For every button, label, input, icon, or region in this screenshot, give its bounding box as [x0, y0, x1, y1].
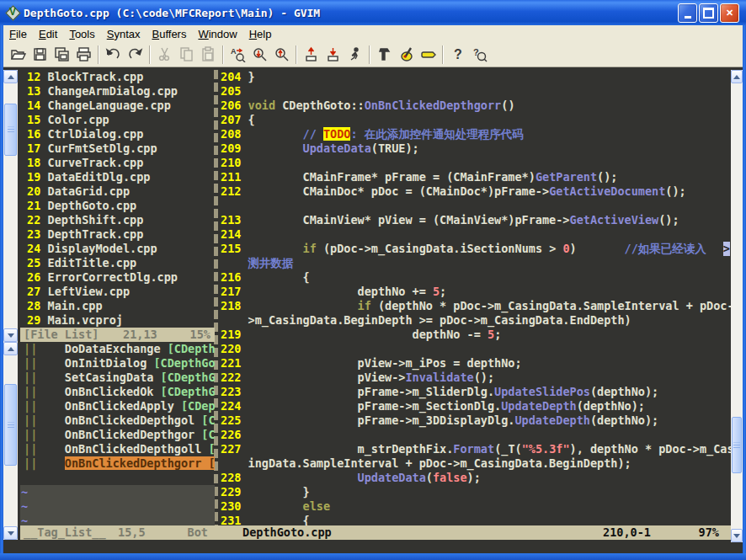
find-prev-button[interactable] — [270, 44, 292, 66]
file-list-item[interactable]: 20DataGrid.cpp — [20, 184, 211, 199]
code-line-wrap[interactable]: ingData.SampleInterval + pDoc->m_CasingD… — [221, 456, 731, 471]
file-list-item[interactable]: 15Color.cpp — [20, 113, 211, 127]
code-line[interactable]: 227 m_strDepthFix.Format(_T("%5.3f"), de… — [221, 442, 731, 456]
scroll-down-button[interactable] — [3, 526, 18, 540]
file-list-item[interactable]: 27LeftView.cpp — [20, 285, 211, 299]
minimize-button[interactable] — [678, 3, 697, 23]
fold-column-icon[interactable]: || — [24, 413, 37, 427]
undo-button[interactable] — [102, 44, 124, 66]
file-list-item[interactable]: 13ChangeArmDialog.cpp — [20, 84, 211, 99]
code-line[interactable]: 210 — [221, 156, 731, 170]
current-tag-highlight[interactable]: OnBnClickedDepthgorr [ — [65, 456, 215, 470]
save-session-button[interactable] — [322, 44, 344, 66]
code-line[interactable]: 223 pFrame->m_SliderDlg.UpdateSlidePos(d… — [221, 385, 731, 399]
code-line[interactable]: 222 pView->Invalidate(); — [221, 371, 731, 385]
code-line[interactable]: 216 { — [221, 270, 731, 285]
tag-list-scrollbar[interactable] — [3, 342, 18, 540]
menu-item-syntax[interactable]: Syntax — [101, 26, 147, 42]
scroll-down-button[interactable] — [3, 328, 18, 342]
file-list-item[interactable]: 14ChangeLanguage.cpp — [20, 99, 211, 113]
file-list-item[interactable]: 26ErrorCorrectDlg.cpp — [20, 270, 211, 285]
file-list-item[interactable]: 25EditTitle.cpp — [20, 256, 211, 270]
menu-item-edit[interactable]: Edit — [33, 26, 63, 42]
code-line[interactable]: 221 pView->m_iPos = depthNo; — [221, 356, 731, 371]
tag-jump-button[interactable] — [417, 44, 439, 66]
code-line[interactable]: 230 else — [221, 499, 731, 514]
file-list-item[interactable]: 21DepthGoto.cpp — [20, 199, 211, 213]
save-button[interactable] — [29, 44, 51, 66]
file-list-item[interactable]: 24DisplayModel.cpp — [20, 242, 211, 256]
tag-list-item[interactable]: || DoDataExchange [CDepth — [20, 342, 215, 356]
title-bar[interactable]: V DepthGoto.cpp (C:\code\MFCReport\Main)… — [0, 0, 746, 25]
fold-column-icon[interactable]: || — [24, 342, 37, 355]
code-line[interactable]: 205 — [221, 84, 731, 99]
fold-column-icon[interactable]: || — [24, 356, 37, 370]
code-line[interactable]: 213 CMainView* pView = (CMainView*)pFram… — [221, 213, 731, 227]
code-line[interactable]: 209 UpdateData(TRUE); — [221, 141, 731, 156]
fold-column-icon[interactable]: || — [24, 442, 37, 456]
code-line[interactable]: 207{ — [221, 113, 731, 127]
menu-item-buffers[interactable]: Buffers — [146, 26, 192, 42]
menu-item-tools[interactable]: Tools — [63, 26, 100, 42]
menu-item-window[interactable]: Window — [192, 26, 242, 42]
fold-column-icon[interactable]: || — [24, 371, 37, 384]
scroll-down-button[interactable] — [731, 529, 743, 542]
fold-column-icon[interactable]: || — [24, 456, 37, 470]
maximize-button[interactable] — [699, 3, 718, 23]
find-replace-button[interactable]: A — [226, 44, 248, 66]
code-line[interactable]: 228 UpdateData(false); — [221, 471, 731, 485]
load-session-button[interactable] — [300, 44, 322, 66]
code-line[interactable]: 220 — [221, 342, 731, 356]
code-line[interactable]: 225 pFrame->m_3DDisplayDlg.UpdateDepth(d… — [221, 413, 731, 428]
tag-list-item[interactable]: || OnBnClickedOk [CDepthG — [20, 385, 215, 399]
make-button[interactable] — [373, 44, 395, 66]
scroll-up-button[interactable] — [731, 70, 743, 83]
code-line[interactable]: 214 — [221, 227, 731, 242]
main-scrollbar[interactable] — [731, 70, 743, 542]
scroll-up-button[interactable] — [3, 70, 18, 83]
find-help-button[interactable]: ? — [468, 44, 490, 66]
scroll-up-button[interactable] — [3, 342, 18, 355]
scrollbar-thumb[interactable] — [732, 417, 742, 473]
file-list-item[interactable]: 18CurveTrack.cpp — [20, 156, 211, 170]
code-line[interactable]: 224 pFrame->m_SectionDlg.UpdateDepth(dep… — [221, 399, 731, 413]
menu-item-file[interactable]: File — [3, 26, 33, 42]
close-button[interactable]: ✕ — [720, 3, 739, 23]
tag-list-item[interactable]: || OnBnClickedApply [CDep — [20, 399, 215, 413]
code-line[interactable]: 219 depthNo -= 5; — [221, 328, 731, 342]
tag-list-item[interactable]: || OnInitDialog [CDepthGo — [20, 356, 215, 371]
command-line[interactable] — [3, 540, 743, 553]
file-list-item[interactable]: 29Main.vcproj — [20, 313, 211, 328]
code-line[interactable]: 208 // TODO: 在此添加控件通知处理程序代码 — [221, 127, 731, 141]
scrollbar-thumb[interactable] — [4, 384, 17, 466]
code-line[interactable]: 206void CDepthGoto::OnBnClickedDepthgorr… — [221, 99, 731, 113]
file-list-item[interactable]: 19DataEditDlg.cpp — [20, 170, 211, 184]
code-line[interactable]: 204} — [221, 70, 731, 84]
file-list-scrollbar[interactable] — [3, 70, 18, 342]
code-line[interactable]: 229 } — [221, 485, 731, 499]
fold-column-icon[interactable]: || — [24, 385, 37, 398]
code-line[interactable]: 217 depthNo += 5; — [221, 285, 731, 299]
code-line[interactable]: 226 — [221, 428, 731, 442]
file-list-item[interactable]: 16CtrlDialog.cpp — [20, 127, 211, 141]
file-list-item[interactable]: 17CurFmtSetDlg.cpp — [20, 141, 211, 156]
code-line[interactable]: 218 if (depthNo * pDoc->m_CasingData.Sam… — [221, 299, 731, 313]
menu-item-help[interactable]: Help — [243, 26, 278, 42]
tag-list-item[interactable]: || OnBnClickedDepthgorr [ — [20, 456, 215, 471]
code-line-wrap[interactable]: >m_CasingData.BeginDepth >= pDoc->m_Casi… — [221, 313, 731, 328]
help-button[interactable]: ? — [446, 44, 468, 66]
fold-column-icon[interactable]: || — [24, 428, 37, 441]
find-next-button[interactable] — [248, 44, 270, 66]
scrollbar-thumb[interactable] — [4, 104, 17, 156]
tag-list-item[interactable]: || SetCasingData [CDepthG — [20, 371, 215, 385]
print-button[interactable] — [72, 44, 94, 66]
run-script-button[interactable] — [344, 44, 365, 66]
file-list-item[interactable]: 22DepthShift.cpp — [20, 213, 211, 227]
build-tags-button[interactable] — [395, 44, 417, 66]
save-all-button[interactable] — [51, 44, 72, 66]
file-list-item[interactable]: 12BlockTrack.cpp — [20, 70, 211, 84]
code-line-wrap[interactable] — [221, 199, 731, 213]
redo-button[interactable] — [124, 44, 146, 66]
file-list-item[interactable]: 28Main.cpp — [20, 299, 211, 313]
code-line-wrap[interactable]: 测井数据 — [221, 256, 731, 270]
